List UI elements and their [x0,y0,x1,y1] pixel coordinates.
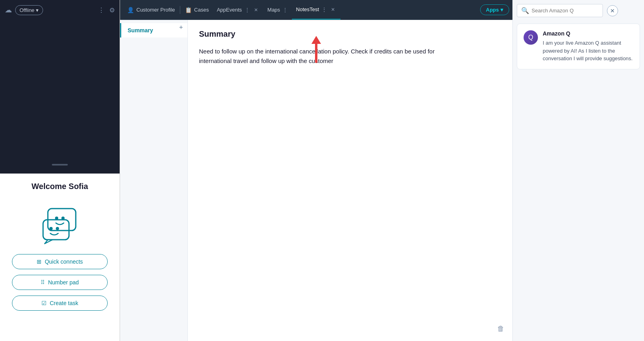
tab-customer-profile-label: Customer Profile [136,7,175,13]
sidebar-bottom: Welcome Sofia ⊞ Quick conn [0,173,120,341]
search-close-button[interactable]: ✕ [607,5,618,16]
status-badge[interactable]: Offline ▾ [15,5,43,15]
nav-item-summary[interactable]: Summary [120,23,187,37]
content-area: ＋ Summary Summary Need to follow up on t… [120,20,512,341]
svg-point-5 [56,227,59,230]
add-section-icon[interactable]: ＋ [178,23,184,32]
appevents-close-icon[interactable]: ✕ [252,6,260,14]
tab-cases[interactable]: 📋 Cases [181,0,213,20]
notestest-close-icon[interactable]: ✕ [329,6,337,13]
sidebar: ☁ Offline ▾ ⋮ ⚙ Welcome Sofia [0,0,120,341]
maps-more-icon[interactable]: ⋮ [282,7,288,13]
search-row: 🔍 ✕ [513,0,644,21]
quick-connects-icon: ⊞ [37,258,41,265]
cases-icon: 📋 [185,7,192,13]
more-options-icon[interactable]: ⋮ [98,6,104,14]
tab-maps-label: Maps [268,7,280,13]
amazon-q-content: Amazon Q I am your live Amazon Q assista… [543,30,633,63]
apps-button[interactable]: Apps ▾ [480,4,510,15]
amazon-q-panel: 🔍 ✕ Q Amazon Q I am your live Amazon Q a… [512,0,644,341]
nav-summary-label: Summary [128,27,153,34]
search-icon: 🔍 [521,7,529,14]
content-main: Summary Need to follow up on the interna… [188,20,512,341]
quick-connects-label: Quick connects [45,258,83,265]
tab-bar: 👤 Customer Profile 📋 Cases AppEvents ⋮ ✕… [120,0,512,20]
apps-chevron-icon: ▾ [500,7,503,13]
chat-illustration [36,205,84,244]
sidebar-header: ☁ Offline ▾ ⋮ ⚙ [0,0,120,20]
person-icon: 👤 [127,7,134,13]
number-pad-label: Number pad [48,279,79,286]
svg-point-4 [49,227,53,230]
apps-label: Apps [486,7,499,13]
content-nav: ＋ Summary [120,20,188,341]
content-title: Summary [199,30,501,39]
amazon-q-card: Q Amazon Q I am your live Amazon Q assis… [517,24,640,69]
number-pad-button[interactable]: ⠿ Number pad [12,275,108,290]
sidebar-scrollable [0,20,120,173]
sidebar-scrollbar[interactable] [52,164,68,166]
header-icons: ⋮ ⚙ [98,6,115,14]
trash-icon[interactable]: 🗑 [497,325,504,333]
amazon-q-name: Amazon Q [543,30,633,37]
tab-customer-profile[interactable]: 👤 Customer Profile [123,0,179,20]
amazon-q-avatar: Q [524,30,538,45]
amazon-q-logo: Q [528,34,533,41]
create-task-button[interactable]: ☑ Create task [12,296,108,311]
create-task-icon: ☑ [41,300,47,306]
tab-notestest[interactable]: NotesTest ⋮ ✕ [292,0,341,20]
create-task-label: Create task [50,300,79,306]
content-body: Need to follow up on the international c… [199,47,438,66]
quick-connects-button[interactable]: ⊞ Quick connects [12,254,108,269]
settings-icon[interactable]: ⚙ [109,6,115,14]
welcome-text: Welcome Sofia [32,182,88,191]
tab-divider-1 [180,6,180,14]
tab-notestest-label: NotesTest [296,6,319,12]
appevents-more-icon[interactable]: ⋮ [244,7,250,13]
tab-appevents[interactable]: AppEvents ⋮ ✕ [213,0,264,20]
amazon-q-search-box[interactable]: 🔍 [517,4,603,17]
number-pad-icon: ⠿ [41,279,45,286]
cloud-icon: ☁ [5,6,12,14]
notestest-more-icon[interactable]: ⋮ [321,6,327,13]
status-label: Offline [20,7,34,13]
main-area: 👤 Customer Profile 📋 Cases AppEvents ⋮ ✕… [120,0,512,341]
search-input[interactable] [532,8,599,14]
tab-maps[interactable]: Maps ⋮ [264,0,292,20]
chevron-down-icon: ▾ [36,7,39,13]
tab-cases-label: Cases [194,7,209,13]
tab-appevents-label: AppEvents [217,7,242,13]
amazon-q-description: I am your live Amazon Q assistant powere… [543,39,633,63]
